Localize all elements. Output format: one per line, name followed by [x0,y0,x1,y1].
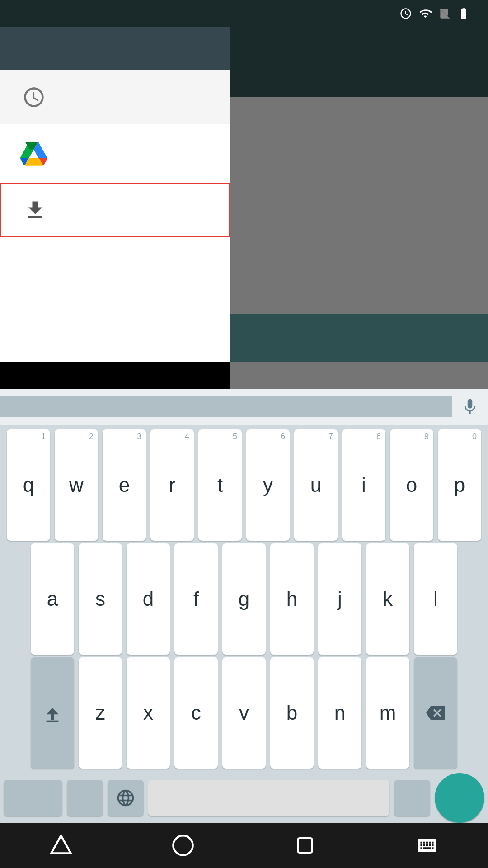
microphone-icon[interactable] [452,397,488,416]
status-icons [399,7,477,20]
menu-item-downloads[interactable] [0,183,230,237]
key-f[interactable]: f [174,543,218,655]
recents-icon [294,835,316,856]
drive-icon [20,141,47,166]
key-u[interactable]: 7u [294,429,338,541]
key-g[interactable]: g [222,543,266,655]
keyboard-suggestion-bar [0,389,488,425]
key-r[interactable]: 4r [150,429,194,541]
key-m[interactable]: m [366,657,409,769]
key-z[interactable]: z [79,657,122,769]
key-c[interactable]: c [174,657,218,769]
keyboard-rows: 1q 2w 3e 4r 5t 6y 7u 8i 9o 0p a s d f g … [0,425,488,773]
key-h[interactable]: h [270,543,314,655]
clock-icon [22,85,46,109]
home-icon [171,834,195,857]
download-icon-container [19,194,51,226]
key-e[interactable]: 3e [103,429,146,541]
key-row-2: a s d f g h j k l [4,543,484,655]
key-t[interactable]: 5t [198,429,242,541]
right-panel-header [230,27,488,97]
keyboard-bottom-row [0,773,488,823]
keyboard-switch-button[interactable] [400,827,454,863]
battery-icon [456,7,471,20]
key-p[interactable]: 0p [438,429,481,541]
delete-key[interactable] [414,657,457,769]
key-q[interactable]: 1q [7,429,50,541]
save-dialog [0,0,230,362]
key-b[interactable]: b [270,657,314,769]
enter-key[interactable] [435,773,484,823]
back-button[interactable] [34,827,88,863]
key-o[interactable]: 9o [390,429,433,541]
period-key[interactable] [394,780,430,816]
menu-item-drive[interactable] [0,124,230,183]
key-row-1: 1q 2w 3e 4r 5t 6y 7u 8i 9o 0p [4,429,484,541]
recent-icon-container [18,81,50,113]
alarm-icon [399,7,412,20]
globe-key[interactable] [108,780,144,816]
keyboard-icon [416,834,438,857]
divider1 [0,396,226,417]
key-a[interactable]: a [31,543,74,655]
navigation-bar [0,823,488,868]
recents-button[interactable] [278,827,332,863]
key-w[interactable]: 2w [55,429,98,541]
key-row-3: z x c v b n m [4,657,484,769]
signal-icon [438,7,450,20]
key-i[interactable]: 8i [342,429,385,541]
wifi-icon [418,7,432,20]
key-x[interactable]: x [127,657,170,769]
divider2 [226,396,452,417]
key-s[interactable]: s [79,543,122,655]
globe-icon [116,788,136,808]
key-n[interactable]: n [318,657,361,769]
key-k[interactable]: k [366,543,409,655]
svg-rect-3 [298,838,312,853]
download-icon [23,198,47,222]
shift-key[interactable] [31,657,74,769]
key-y[interactable]: 6y [246,429,290,541]
svg-marker-1 [51,835,70,853]
key-l[interactable]: l [414,543,457,655]
key-v[interactable]: v [222,657,266,769]
back-icon [49,834,73,857]
svg-rect-0 [47,721,59,722]
bg-bottom-bar [230,314,488,362]
drive-icon-container [18,138,50,170]
svg-point-2 [173,835,192,855]
keyboard: 1q 2w 3e 4r 5t 6y 7u 8i 9o 0p a s d f g … [0,389,488,823]
key-d[interactable]: d [127,543,170,655]
home-button[interactable] [156,827,210,863]
numbers-key[interactable] [4,780,62,816]
spacebar-key[interactable] [148,780,389,816]
status-bar [0,0,488,27]
key-j[interactable]: j [318,543,361,655]
menu-item-recent[interactable] [0,70,230,124]
comma-key[interactable] [67,780,103,816]
